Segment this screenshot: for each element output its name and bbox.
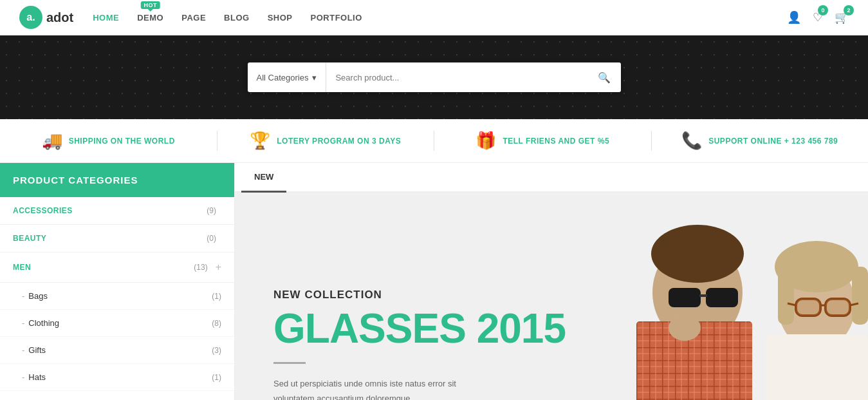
- tab-new[interactable]: NEW: [241, 163, 286, 193]
- search-button[interactable]: 🔍: [587, 62, 621, 92]
- shipping-icon: 🚚: [42, 131, 62, 151]
- cart-badge: 2: [844, 5, 854, 15]
- friends-icon: 🎁: [476, 131, 496, 151]
- svg-rect-4: [706, 288, 738, 307]
- svg-rect-24: [826, 299, 850, 316]
- people-svg: [598, 193, 868, 400]
- sidebar: PRODUCT CATEGORIES ACCESSORIES (9) BEAUT…: [0, 163, 235, 400]
- sub-name-clothing: Clothing: [28, 318, 212, 328]
- slide-title: GLASSES 2015: [273, 308, 566, 349]
- nav-link-demo[interactable]: HOT DEMO: [137, 13, 163, 23]
- info-item-lottery: 🏆 LOTERY PROGRAM ON 3 DAYS: [217, 131, 435, 151]
- sub-item-clothing[interactable]: - Clothing (8): [0, 310, 234, 337]
- sub-name-hats: Hats: [28, 372, 212, 382]
- search-input[interactable]: [326, 62, 587, 92]
- search-box: All Categories ▾ 🔍: [248, 62, 621, 92]
- dropdown-arrow-icon: ▾: [312, 73, 317, 82]
- category-label: All Categories: [257, 73, 309, 82]
- sub-dash-gifts: -: [22, 345, 24, 355]
- category-name-accessories: ACCESSORIES: [13, 206, 207, 215]
- slide-description: Sed ut perspiciatis unde omnis iste natu…: [273, 377, 492, 400]
- person-1-group: [636, 225, 752, 400]
- navbar: a. adot HOME HOT DEMO PAGE BLOG SHOP POR…: [0, 0, 868, 35]
- svg-rect-25: [765, 334, 868, 400]
- sub-dash-bags: -: [22, 291, 24, 301]
- sidebar-item-accessories[interactable]: ACCESSORIES (9): [0, 197, 234, 225]
- svg-rect-17: [852, 267, 868, 325]
- svg-point-12: [669, 315, 701, 341]
- category-dropdown[interactable]: All Categories ▾: [248, 62, 327, 92]
- hero-search-bar: All Categories ▾ 🔍: [0, 35, 868, 119]
- svg-rect-3: [669, 288, 701, 307]
- sidebar-item-beauty[interactable]: BEAUTY (0): [0, 225, 234, 252]
- support-icon: 📞: [681, 131, 702, 151]
- lottery-icon: 🏆: [250, 131, 270, 151]
- nav-links: HOME HOT DEMO PAGE BLOG SHOP PORTFOLIO: [93, 13, 787, 23]
- support-text: SUPPORT ONLINE + 123 456 789: [708, 137, 838, 146]
- sidebar-header: PRODUCT CATEGORIES: [0, 163, 234, 197]
- logo-text: adot: [46, 10, 73, 25]
- logo-area[interactable]: a. adot: [19, 6, 73, 29]
- svg-rect-5: [699, 294, 707, 297]
- hero-slide: NEW COLLECTION GLASSES 2015 Sed ut persp…: [235, 193, 868, 400]
- nav-link-home[interactable]: HOME: [93, 13, 119, 23]
- sub-count-bags: (1): [212, 292, 221, 301]
- sub-item-hats[interactable]: - Hats (1): [0, 364, 234, 391]
- search-icon: 🔍: [598, 71, 611, 84]
- slide-divider: [273, 362, 306, 364]
- sub-name-gifts: Gifts: [28, 345, 212, 355]
- info-bar: 🚚 SHIPPING ON THE WORLD 🏆 LOTERY PROGRAM…: [0, 119, 868, 163]
- svg-rect-16: [778, 267, 794, 325]
- info-item-friends: 🎁 TELL FRIENS AND GET %5: [434, 131, 652, 151]
- slide-people-illustration: [598, 193, 868, 400]
- sidebar-item-men[interactable]: MEN (13) +: [0, 252, 234, 283]
- nav-link-blog[interactable]: BLOG: [224, 13, 250, 23]
- category-count-beauty: (0): [207, 234, 216, 243]
- sub-dash-hats: -: [22, 372, 24, 382]
- friends-text: TELL FRIENS AND GET %5: [503, 137, 609, 146]
- sub-dash-clothing: -: [22, 318, 24, 328]
- sub-count-clothing: (8): [212, 319, 221, 328]
- wishlist-badge: 0: [818, 5, 828, 15]
- expand-men-icon: +: [216, 262, 221, 273]
- svg-rect-23: [796, 299, 820, 316]
- logo-icon: a.: [19, 6, 42, 29]
- lottery-text: LOTERY PROGRAM ON 3 DAYS: [277, 137, 401, 146]
- main-panel: NEW NEW COLLECTION GLASSES 2015 Sed ut p…: [235, 163, 868, 400]
- shipping-text: SHIPPING ON THE WORLD: [69, 137, 175, 146]
- category-name-beauty: BEAUTY: [13, 234, 207, 243]
- category-name-men: MEN: [13, 263, 194, 272]
- main-content: PRODUCT CATEGORIES ACCESSORIES (9) BEAUT…: [0, 163, 868, 400]
- info-item-shipping: 🚚 SHIPPING ON THE WORLD: [0, 131, 217, 151]
- tab-bar: NEW: [235, 163, 868, 193]
- category-count-accessories: (9): [207, 206, 216, 215]
- wishlist-icon-button[interactable]: ♡ 0: [813, 10, 823, 24]
- slide-subtitle: NEW COLLECTION: [273, 289, 566, 301]
- person-2-group: [765, 241, 868, 400]
- nav-link-page[interactable]: PAGE: [181, 13, 206, 23]
- nav-link-shop[interactable]: SHOP: [268, 13, 293, 23]
- nav-icons: 👤 ♡ 0 🛒 2: [787, 10, 849, 24]
- category-count-men: (13): [194, 263, 207, 272]
- info-item-support: 📞 SUPPORT ONLINE + 123 456 789: [652, 131, 869, 151]
- slide-content: NEW COLLECTION GLASSES 2015 Sed ut persp…: [235, 250, 604, 400]
- svg-point-2: [651, 225, 744, 283]
- sub-item-bags[interactable]: - Bags (1): [0, 283, 234, 310]
- nav-link-portfolio[interactable]: PORTFOLIO: [311, 13, 362, 23]
- sub-item-gifts[interactable]: - Gifts (3): [0, 337, 234, 364]
- cart-icon-button[interactable]: 🛒 2: [835, 10, 849, 24]
- user-icon-button[interactable]: 👤: [787, 10, 801, 24]
- sub-count-gifts: (3): [212, 346, 221, 355]
- sub-count-hats: (1): [212, 373, 221, 382]
- hot-badge: HOT: [140, 1, 160, 9]
- sub-name-bags: Bags: [28, 291, 212, 301]
